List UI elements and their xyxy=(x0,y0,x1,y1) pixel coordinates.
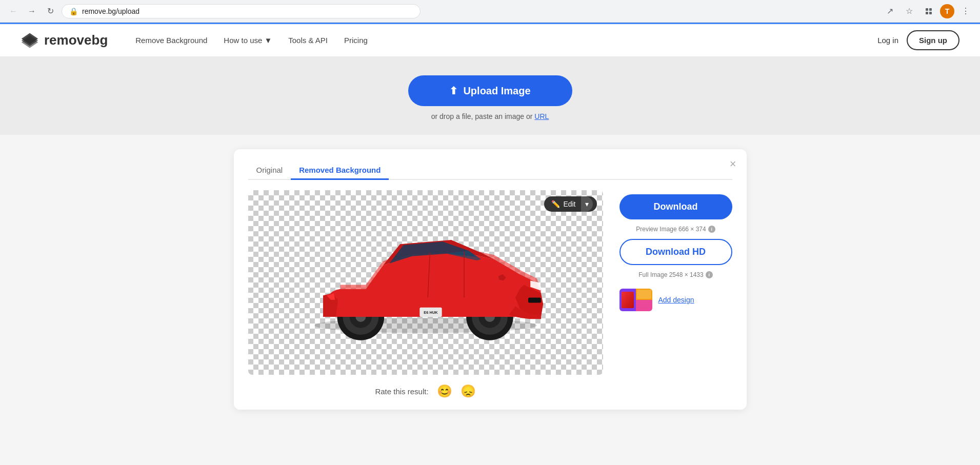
result-card: × Original Removed Background xyxy=(234,149,747,410)
url-link[interactable]: URL xyxy=(534,112,549,120)
upload-section: ⬆ Upload Image or drop a file, paste an … xyxy=(0,57,980,135)
design-thumbnail xyxy=(619,289,652,311)
preview-info: Preview Image 666 × 374 i xyxy=(619,226,732,233)
svg-rect-0 xyxy=(926,8,928,11)
share-button[interactable]: ↗ xyxy=(882,3,898,19)
tab-removed-background[interactable]: Removed Background xyxy=(291,161,389,180)
navbar: removebg Remove Background How to use ▼ … xyxy=(0,24,980,57)
logo-text: removebg xyxy=(44,32,108,48)
car-image-container: E6 HUK xyxy=(248,190,603,375)
page-content: removebg Remove Background How to use ▼ … xyxy=(0,24,980,465)
nav-remove-background[interactable]: Remove Background xyxy=(128,32,214,49)
nav-how-to-use[interactable]: How to use ▼ xyxy=(216,32,279,49)
pencil-icon: ✏️ xyxy=(551,200,560,208)
upload-image-button[interactable]: ⬆ Upload Image xyxy=(408,75,572,106)
bookmark-button[interactable]: ☆ xyxy=(901,3,917,19)
extensions-button[interactable] xyxy=(921,3,937,19)
url-text: remove.bg/upload xyxy=(82,7,139,15)
upload-button-label: Upload Image xyxy=(463,85,530,97)
svg-rect-18 xyxy=(528,297,541,302)
sad-emoji: 😞 xyxy=(461,384,476,398)
forward-button[interactable]: → xyxy=(25,4,39,18)
happy-rating-button[interactable]: 😊 xyxy=(437,385,452,397)
login-link[interactable]: Log in xyxy=(877,36,898,45)
full-info-icon[interactable]: i xyxy=(706,271,713,278)
car-image: E6 HUK xyxy=(297,214,554,351)
svg-marker-6 xyxy=(22,35,38,46)
nav-tools-api[interactable]: Tools & API xyxy=(281,32,335,49)
back-button[interactable]: ← xyxy=(6,4,21,18)
tabs: Original Removed Background xyxy=(248,161,732,180)
lock-icon: 🔒 xyxy=(69,7,78,15)
svg-rect-24 xyxy=(636,300,652,311)
result-section: × Original Removed Background xyxy=(0,135,980,430)
nav-right: Log in Sign up xyxy=(877,30,959,50)
rating-row: Rate this result: 😊 😞 xyxy=(248,385,603,397)
rating-label: Rate this result: xyxy=(375,387,428,396)
reload-button[interactable]: ↻ xyxy=(43,4,57,18)
download-button[interactable]: Download xyxy=(619,194,732,219)
svg-text:E6 HUK: E6 HUK xyxy=(424,310,438,315)
browser-right-icons: ↗ ☆ T ⋮ xyxy=(882,3,974,19)
image-preview: E6 HUK xyxy=(248,190,603,375)
full-info: Full Image 2548 × 1433 i xyxy=(619,271,732,278)
more-button[interactable]: ⋮ xyxy=(957,3,974,19)
svg-rect-3 xyxy=(929,12,932,14)
signup-button[interactable]: Sign up xyxy=(907,30,959,50)
upload-subtext: or drop a file, paste an image or URL xyxy=(431,112,549,120)
happy-emoji: 😊 xyxy=(437,384,452,398)
dropdown-arrow-icon: ▼ xyxy=(264,36,272,45)
download-hd-button[interactable]: Download HD xyxy=(619,239,732,265)
close-button[interactable]: × xyxy=(730,157,736,171)
add-design-row: Add design xyxy=(619,289,732,311)
svg-rect-2 xyxy=(926,12,928,14)
edit-label: Edit xyxy=(563,200,575,208)
add-design-link[interactable]: Add design xyxy=(658,296,694,304)
image-preview-wrap: E6 HUK xyxy=(248,190,603,397)
nav-pricing[interactable]: Pricing xyxy=(337,32,375,49)
browser-chrome: ← → ↻ 🔒 remove.bg/upload ↗ ☆ T ⋮ xyxy=(0,0,980,23)
preview-info-icon[interactable]: i xyxy=(708,226,715,233)
tab-original[interactable]: Original xyxy=(248,161,291,180)
logo-icon xyxy=(21,31,39,50)
edit-dropdown-arrow: ▾ xyxy=(581,196,593,212)
nav-links: Remove Background How to use ▼ Tools & A… xyxy=(128,32,877,49)
profile-avatar[interactable]: T xyxy=(940,4,954,18)
svg-rect-25 xyxy=(637,290,651,299)
address-bar[interactable]: 🔒 remove.bg/upload xyxy=(62,4,421,18)
result-content: E6 HUK xyxy=(248,190,732,397)
download-panel: Download Preview Image 666 × 374 i Downl… xyxy=(619,190,732,311)
logo-link[interactable]: removebg xyxy=(21,31,108,50)
upload-icon: ⬆ xyxy=(449,85,458,97)
edit-button[interactable]: ✏️ Edit ▾ xyxy=(544,196,596,212)
svg-rect-1 xyxy=(929,8,932,11)
svg-rect-22 xyxy=(622,292,634,308)
sad-rating-button[interactable]: 😞 xyxy=(461,385,476,397)
